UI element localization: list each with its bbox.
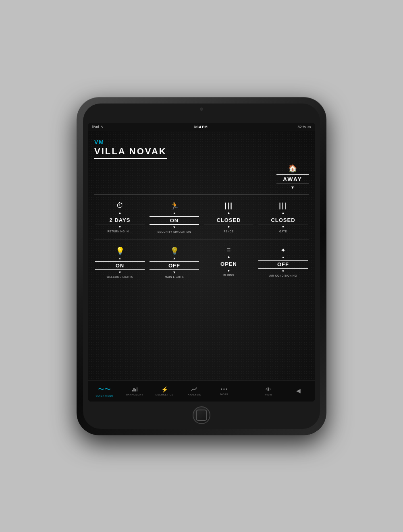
management-icon: [132, 386, 137, 393]
tab-analysis[interactable]: ANALYSIS: [179, 381, 209, 402]
section-divider-2: [94, 240, 309, 240]
svg-rect-0: [132, 390, 133, 391]
fence-bottom-divider: [204, 224, 253, 224]
security-label: SECURITY SIMULATION: [158, 230, 191, 233]
running-icon: 🏃: [170, 201, 179, 210]
management-label: MANAGMENT: [126, 393, 143, 396]
svg-rect-3: [137, 387, 137, 391]
more-label: MORE: [220, 393, 229, 395]
main-lights-arrow-up: ▲: [173, 257, 176, 260]
tab-energetics[interactable]: ⚡ ENERGETICS: [150, 381, 179, 402]
app-header: VM VILLA NOVAK: [94, 136, 309, 161]
camera: [200, 108, 203, 111]
gate-value: CLOSED: [271, 217, 295, 223]
main-lights-value: OFF: [168, 263, 180, 269]
blinds-label: BLINDS: [223, 274, 234, 277]
status-right: 32 % ▭: [297, 125, 311, 129]
widget-returning[interactable]: ⏱ ▲ 2 DAYS ▼ RETURNING IN ...: [94, 200, 145, 235]
fence-icon: |||: [224, 201, 233, 210]
fence-arrow-up: ▲: [227, 211, 231, 215]
back-icon: ◀: [296, 387, 301, 394]
away-widget[interactable]: 🏠 AWAY ▼: [276, 164, 309, 190]
security-top-divider: [150, 216, 199, 217]
fence-value: CLOSED: [216, 217, 241, 223]
ac-bottom-divider: [258, 268, 308, 269]
tab-bar: 〜〜 QUICK MENU MANAGMENT: [88, 381, 315, 402]
widget-blinds[interactable]: ≡ ▲ OPEN ▼ BLINDS: [203, 245, 254, 280]
clock-icon: ⏱: [116, 201, 124, 210]
main-content: VM VILLA NOVAK 🏠 AWAY ▼: [88, 131, 315, 402]
widget-gate[interactable]: ||| ▲ CLOSED ▼ GATE: [258, 200, 309, 235]
welcome-bottom-divider: [95, 269, 145, 270]
energetics-icon: ⚡: [161, 386, 168, 393]
tab-more[interactable]: ••• MORE: [210, 381, 239, 402]
tab-management[interactable]: MANAGMENT: [119, 381, 149, 402]
device-name: iPad: [92, 125, 99, 129]
home-button[interactable]: [193, 406, 210, 424]
battery-icon: ▭: [307, 125, 311, 129]
more-icon: •••: [221, 387, 229, 392]
tab-view[interactable]: 👁 VIEW: [253, 381, 283, 402]
content-scroll: VM VILLA NOVAK 🏠 AWAY ▼: [88, 131, 315, 381]
energetics-label: ENERGETICS: [156, 393, 173, 396]
returning-label: RETURNING IN ...: [107, 230, 132, 233]
svg-rect-1: [133, 388, 135, 391]
returning-arrow-down: ▼: [118, 225, 122, 229]
ac-arrow-down: ▼: [282, 269, 285, 273]
bulb-off-icon: 💡: [170, 246, 179, 255]
tab-quick-menu[interactable]: 〜〜 QUICK MENU: [89, 381, 119, 402]
view-label: VIEW: [265, 393, 272, 396]
away-icon: 🏠: [276, 164, 309, 173]
widget-security[interactable]: 🏃 ▲ ON ▼ SECURITY SIMULATION: [149, 200, 200, 235]
main-lights-bottom-divider: [150, 269, 199, 270]
gate-bottom-divider: [258, 224, 308, 224]
blinds-value: OPEN: [220, 261, 237, 267]
security-arrow-down: ▼: [173, 226, 176, 229]
away-section[interactable]: 🏠 AWAY ▼: [94, 164, 309, 190]
ac-icon: ✦: [280, 246, 286, 254]
ipad-screen-container: iPad ∿ 3:14 PM 32 % ▭ VM VILLA NOVAK: [83, 104, 320, 429]
blinds-arrow-up: ▲: [227, 255, 231, 259]
blinds-top-divider: [204, 260, 253, 260]
row2-grid: 💡 ▲ ON ▼ WELCOME LIGHTS 💡 ▲: [94, 245, 309, 280]
status-bar: iPad ∿ 3:14 PM 32 % ▭: [88, 123, 315, 131]
fence-top-divider: [204, 216, 253, 216]
tab-back[interactable]: ◀: [284, 381, 314, 402]
away-label: AWAY: [276, 176, 309, 182]
security-bottom-divider: [150, 224, 199, 225]
analysis-icon: [191, 386, 197, 393]
security-arrow-up: ▲: [173, 211, 176, 215]
analysis-label: ANALYSIS: [188, 393, 201, 396]
app-title: VILLA NOVAK: [94, 146, 167, 159]
gate-icon: |||: [279, 201, 287, 210]
view-icon: 👁: [266, 386, 271, 393]
ac-value: OFF: [277, 261, 289, 267]
welcome-arrow-up: ▲: [118, 257, 122, 260]
welcome-arrow-down: ▼: [118, 271, 122, 274]
main-lights-arrow-down: ▼: [173, 271, 176, 274]
welcome-top-divider: [95, 261, 145, 262]
widget-ac[interactable]: ✦ ▲ OFF ▼ AIR CONDITIONING: [258, 245, 309, 280]
gate-arrow-down: ▼: [282, 225, 285, 229]
away-bottom-divider: [276, 184, 309, 184]
returning-value: 2 DAYS: [110, 217, 131, 223]
away-arrow-down: ▼: [276, 185, 309, 190]
security-value: ON: [170, 217, 179, 224]
section-divider-3: [94, 285, 309, 285]
clock: 3:14 PM: [194, 125, 208, 129]
blinds-arrow-down: ▼: [227, 269, 231, 273]
returning-bottom-divider: [95, 224, 145, 224]
fence-label: FENCE: [224, 230, 234, 233]
ac-arrow-up: ▲: [282, 255, 285, 259]
ipad-device: iPad ∿ 3:14 PM 32 % ▭ VM VILLA NOVAK: [77, 97, 326, 435]
widget-fence[interactable]: ||| ▲ CLOSED ▼ FENCE: [203, 200, 254, 235]
gate-top-divider: [258, 216, 308, 216]
quick-menu-icon: 〜〜: [98, 385, 111, 394]
returning-arrow-up: ▲: [118, 211, 122, 215]
home-button-inner: [196, 410, 207, 421]
widget-main-lights[interactable]: 💡 ▲ OFF ▼ MAIN LIGHTS: [149, 245, 200, 280]
welcome-label: WELCOME LIGHTS: [107, 275, 133, 278]
widget-welcome-lights[interactable]: 💡 ▲ ON ▼ WELCOME LIGHTS: [94, 245, 145, 280]
svg-rect-2: [135, 389, 136, 391]
status-left: iPad ∿: [92, 125, 104, 129]
